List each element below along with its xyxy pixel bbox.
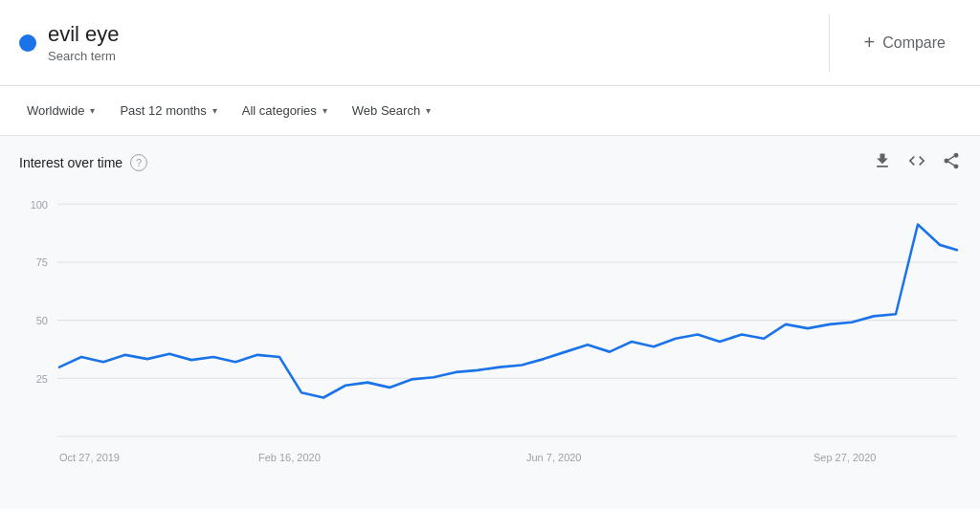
compare-label: Compare bbox=[882, 34, 946, 52]
chart-section: Interest over time ? bbox=[0, 136, 980, 509]
chart-actions bbox=[873, 151, 961, 174]
svg-text:75: 75 bbox=[36, 256, 48, 268]
search-term-text: evil eye Search term bbox=[48, 22, 120, 64]
share-button[interactable] bbox=[942, 151, 961, 174]
chart-title-area: Interest over time ? bbox=[19, 154, 147, 171]
chart-title: Interest over time bbox=[19, 155, 122, 170]
svg-text:25: 25 bbox=[36, 372, 48, 384]
period-chevron: ▾ bbox=[212, 105, 217, 116]
period-label: Past 12 months bbox=[120, 103, 206, 118]
trend-line bbox=[59, 225, 957, 398]
plus-icon: + bbox=[864, 32, 876, 54]
page-header: evil eye Search term + Compare bbox=[0, 0, 980, 86]
category-chevron: ▾ bbox=[323, 105, 327, 116]
region-chevron: ▾ bbox=[90, 105, 95, 116]
trend-chart-container: 100 75 50 25 Oct 27, 2019 Feb 16, 2020 J… bbox=[19, 184, 961, 500]
compare-button[interactable]: + Compare bbox=[849, 24, 962, 61]
region-label: Worldwide bbox=[27, 103, 84, 118]
chart-header: Interest over time ? bbox=[19, 151, 961, 174]
help-icon[interactable]: ? bbox=[130, 154, 147, 171]
region-filter[interactable]: Worldwide ▾ bbox=[19, 98, 102, 123]
svg-text:Sep 27, 2020: Sep 27, 2020 bbox=[813, 451, 876, 462]
svg-text:Feb 16, 2020: Feb 16, 2020 bbox=[258, 451, 321, 462]
period-filter[interactable]: Past 12 months ▾ bbox=[112, 98, 224, 123]
search-term-type: Search term bbox=[48, 49, 116, 63]
category-label: All categories bbox=[242, 103, 317, 118]
svg-text:100: 100 bbox=[31, 198, 48, 210]
search-type-filter[interactable]: Web Search ▾ bbox=[345, 98, 438, 123]
svg-text:Oct 27, 2019: Oct 27, 2019 bbox=[59, 451, 120, 462]
embed-button[interactable] bbox=[907, 151, 926, 174]
filter-bar: Worldwide ▾ Past 12 months ▾ All categor… bbox=[0, 86, 980, 136]
search-term-area: evil eye Search term bbox=[19, 22, 810, 64]
download-button[interactable] bbox=[873, 151, 892, 174]
search-type-chevron: ▾ bbox=[426, 105, 431, 116]
search-term-title: evil eye bbox=[48, 22, 120, 47]
trend-chart: 100 75 50 25 Oct 27, 2019 Feb 16, 2020 J… bbox=[19, 184, 961, 500]
search-type-label: Web Search bbox=[352, 103, 420, 118]
svg-text:50: 50 bbox=[36, 315, 48, 326]
category-filter[interactable]: All categories ▾ bbox=[234, 98, 335, 123]
search-term-dot bbox=[19, 34, 36, 52]
header-divider bbox=[829, 14, 830, 72]
svg-text:Jun 7, 2020: Jun 7, 2020 bbox=[526, 451, 581, 462]
